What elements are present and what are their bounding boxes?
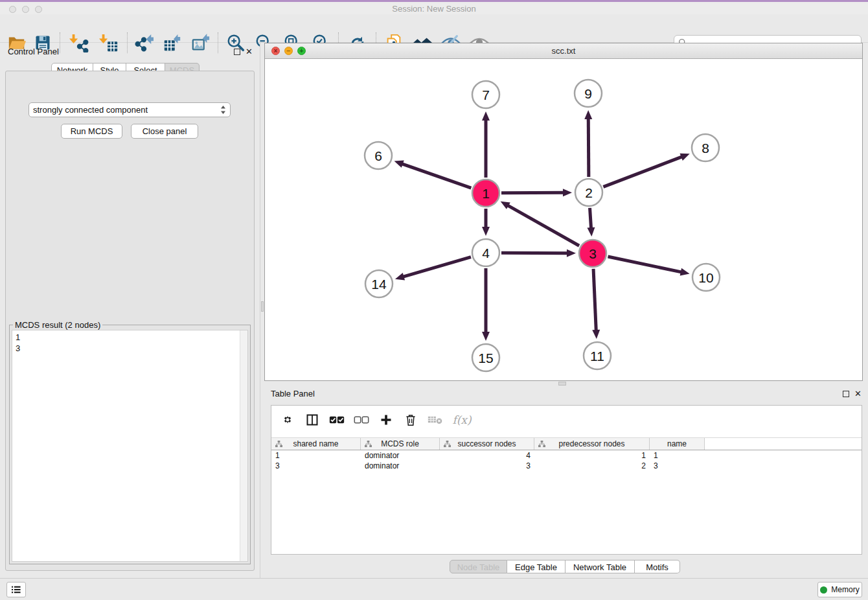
function-builder-icon: f(x)	[448, 411, 476, 428]
tab-edge-table[interactable]: Edge Table	[507, 560, 565, 573]
graph-edge-2-8[interactable]	[603, 157, 682, 187]
node-table-container: f(x) shared nameMCDS rolesuccessor nodes…	[271, 405, 862, 555]
mcds-result-title: MCDS result (2 nodes)	[13, 320, 102, 330]
criterion-value: strongly connected component	[33, 105, 220, 115]
table-row[interactable]: 3dominator323	[271, 461, 862, 471]
table-row[interactable]: 1dominator411	[271, 450, 862, 461]
column-hierarchy-icon	[538, 441, 545, 450]
graph-node-label: 11	[590, 349, 604, 363]
graph-edge-arrowhead	[395, 273, 405, 281]
table-panel-tabs: Node TableEdge TableNetwork TableMotifs	[450, 560, 680, 574]
graph-edge-3-1[interactable]	[507, 205, 579, 246]
float-panel-icon[interactable]	[234, 49, 240, 55]
graph-node-label: 8	[702, 141, 709, 156]
table-cell[interactable]: 1	[271, 451, 361, 460]
deselect-all-icon[interactable]	[349, 411, 374, 428]
run-mcds-button[interactable]: Run MCDS	[61, 124, 122, 139]
column-header-label: predecessor nodes	[558, 439, 624, 448]
add-column-icon[interactable]	[374, 411, 398, 428]
float-table-panel-icon[interactable]	[843, 391, 849, 397]
tab-motifs[interactable]: Motifs	[635, 560, 680, 573]
table-cell[interactable]: 1	[650, 451, 705, 460]
network-window-titlebar[interactable]: × − + scc.txt	[265, 43, 862, 59]
column-header-label: successor nodes	[457, 439, 516, 448]
graph-edge-arrowhead	[587, 227, 595, 237]
task-list-icon	[11, 585, 21, 594]
graph-edge-2-9[interactable]	[588, 118, 589, 177]
control-panel-header: Control Panel ✕	[0, 45, 259, 60]
column-header-shared-name[interactable]: shared name	[271, 438, 361, 450]
graph-edge-1-2[interactable]	[501, 192, 564, 193]
graph-edge-arrowhead	[482, 111, 490, 121]
tab-node-table[interactable]: Node Table	[450, 560, 507, 573]
network-graph: 1234678910111415	[265, 59, 862, 380]
network-view-window: × − + scc.txt 1234678910111415	[264, 43, 863, 381]
graph-node-label: 9	[584, 86, 592, 101]
graph-edge-3-11[interactable]	[593, 269, 596, 331]
column-header-label: MCDS role	[381, 439, 419, 448]
column-visibility-icon[interactable]	[300, 411, 325, 428]
node-table: shared nameMCDS rolesuccessor nodesprede…	[271, 437, 862, 471]
close-panel-icon[interactable]: ✕	[245, 47, 253, 56]
graph-edge-arrowhead	[584, 110, 592, 119]
table-cell[interactable]: 4	[440, 451, 534, 460]
memory-button[interactable]: Memory	[817, 582, 862, 597]
fx-label: f(x)	[452, 413, 471, 426]
column-header-MCDS-role[interactable]: MCDS role	[361, 438, 440, 450]
graph-node-label: 15	[478, 351, 493, 365]
graph-edge-arrowhead	[592, 330, 600, 339]
graph-edge-arrowhead	[394, 161, 404, 168]
column-hierarchy-icon	[275, 441, 282, 450]
close-table-panel-icon[interactable]: ✕	[854, 389, 862, 398]
table-body: 1dominator4113dominator323	[271, 450, 862, 471]
graph-node-label: 6	[374, 148, 382, 163]
table-panel-header: Table Panel ✕	[264, 387, 868, 402]
splitter-handle[interactable]	[261, 301, 264, 312]
column-header-predecessor-nodes[interactable]: predecessor nodes	[534, 438, 650, 450]
memory-status-icon	[820, 586, 827, 594]
column-hierarchy-icon	[365, 441, 372, 450]
column-header-name[interactable]: name	[650, 438, 705, 450]
close-panel-button[interactable]: Close panel	[131, 124, 198, 139]
table-cell[interactable]: 2	[534, 461, 650, 470]
column-hierarchy-icon	[444, 441, 451, 450]
table-cell[interactable]: 3	[440, 461, 534, 470]
column-header-label: shared name	[293, 439, 338, 448]
mcds-result-group: MCDS result (2 nodes) 1 3	[9, 325, 251, 564]
graph-edge-4-3[interactable]	[501, 253, 568, 253]
table-header-row: shared nameMCDS rolesuccessor nodesprede…	[271, 437, 862, 450]
table-cell[interactable]: 3	[271, 461, 361, 470]
main-toolbar	[0, 14, 868, 43]
task-history-button[interactable]	[6, 582, 26, 597]
graph-edge-arrowhead	[680, 268, 690, 276]
table-cell[interactable]: 1	[534, 451, 650, 460]
main-titlebar: Session: New Session	[0, 0, 868, 14]
tab-network-table[interactable]: Network Table	[565, 560, 635, 573]
graph-node-label: 4	[482, 246, 490, 260]
mcds-result-lines: 1 3	[16, 332, 20, 354]
graph-edge-1-6[interactable]	[402, 164, 471, 189]
select-all-icon[interactable]	[325, 411, 349, 428]
column-header-label: name	[667, 439, 687, 448]
network-view-title: scc.txt	[265, 46, 862, 56]
graph-edge-3-10[interactable]	[608, 257, 681, 272]
graph-edge-4-14[interactable]	[402, 257, 470, 277]
vertical-splitter[interactable]	[260, 43, 264, 578]
network-canvas[interactable]: 1234678910111415	[265, 59, 862, 380]
result-scrollbar[interactable]	[240, 330, 247, 561]
statusbar: Memory	[0, 578, 868, 600]
column-header-successor-nodes[interactable]: successor nodes	[440, 438, 534, 450]
mcds-result-list[interactable]: 1 3	[12, 330, 248, 562]
table-cell[interactable]: 3	[650, 461, 705, 470]
graph-edge-2-3[interactable]	[590, 208, 591, 229]
table-settings-gear-icon[interactable]	[275, 411, 300, 428]
graph-edge-arrowhead	[563, 189, 572, 196]
delete-column-trash-icon[interactable]	[398, 411, 423, 428]
graph-edge-arrowhead	[482, 227, 490, 236]
graph-edge-arrowhead	[680, 154, 690, 161]
graph-node-label: 3	[589, 246, 597, 261]
table-cell[interactable]: dominator	[361, 461, 440, 470]
table-cell[interactable]: dominator	[361, 451, 440, 460]
horizontal-splitter-handle[interactable]	[558, 382, 566, 386]
criterion-dropdown[interactable]: strongly connected component	[29, 102, 231, 117]
